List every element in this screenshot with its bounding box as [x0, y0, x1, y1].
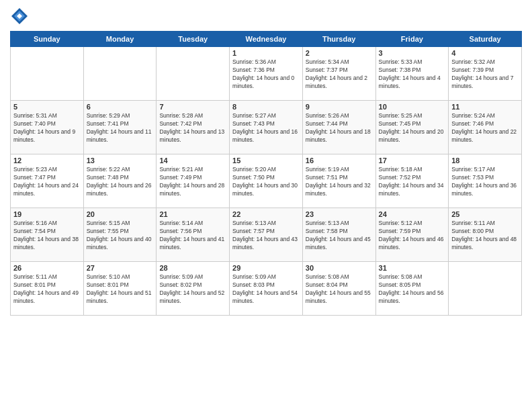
- logo: [10, 7, 32, 26]
- day-info: Sunrise: 5:16 AMSunset: 7:54 PMDaylight:…: [13, 220, 81, 252]
- day-info: Sunrise: 5:09 AMSunset: 8:03 PMDaylight:…: [232, 273, 300, 306]
- table-row: 1Sunrise: 5:36 AMSunset: 7:36 PMDaylight…: [230, 47, 303, 101]
- day-info: Sunrise: 5:20 AMSunset: 7:50 PMDaylight:…: [232, 166, 300, 198]
- table-row: 11Sunrise: 5:24 AMSunset: 7:46 PMDayligh…: [449, 101, 522, 154]
- day-number: 29: [232, 264, 300, 272]
- table-row: 19Sunrise: 5:16 AMSunset: 7:54 PMDayligh…: [11, 208, 84, 262]
- table-row: 22Sunrise: 5:13 AMSunset: 7:57 PMDayligh…: [230, 208, 303, 262]
- day-number: 6: [87, 103, 154, 111]
- day-info: Sunrise: 5:28 AMSunset: 7:42 PMDaylight:…: [159, 112, 226, 144]
- table-row: 6Sunrise: 5:29 AMSunset: 7:41 PMDaylight…: [83, 101, 157, 154]
- table-row: 29Sunrise: 5:09 AMSunset: 8:03 PMDayligh…: [230, 262, 303, 316]
- day-info: Sunrise: 5:08 AMSunset: 8:04 PMDaylight:…: [306, 273, 373, 306]
- calendar-week-3: 19Sunrise: 5:16 AMSunset: 7:54 PMDayligh…: [11, 208, 522, 262]
- table-row: 30Sunrise: 5:08 AMSunset: 8:04 PMDayligh…: [302, 262, 375, 316]
- header: [10, 7, 522, 26]
- day-number: 19: [13, 210, 81, 218]
- day-info: Sunrise: 5:18 AMSunset: 7:52 PMDaylight:…: [379, 166, 446, 198]
- day-number: 9: [306, 103, 373, 111]
- col-monday: Monday: [83, 32, 157, 47]
- day-number: 31: [379, 264, 446, 272]
- table-row: 26Sunrise: 5:11 AMSunset: 8:01 PMDayligh…: [11, 262, 84, 316]
- calendar-week-4: 26Sunrise: 5:11 AMSunset: 8:01 PMDayligh…: [11, 262, 522, 316]
- day-number: 8: [232, 103, 300, 111]
- table-row: 10Sunrise: 5:25 AMSunset: 7:45 PMDayligh…: [375, 101, 449, 154]
- day-info: Sunrise: 5:24 AMSunset: 7:46 PMDaylight:…: [451, 112, 519, 144]
- col-sunday: Sunday: [11, 32, 84, 47]
- day-info: Sunrise: 5:34 AMSunset: 7:37 PMDaylight:…: [306, 58, 373, 91]
- day-number: 18: [451, 156, 519, 165]
- table-row: 9Sunrise: 5:26 AMSunset: 7:44 PMDaylight…: [302, 101, 375, 154]
- calendar-table: Sunday Monday Tuesday Wednesday Thursday…: [10, 31, 522, 316]
- table-row: [449, 262, 522, 316]
- day-number: 7: [159, 103, 226, 111]
- day-number: 2: [306, 49, 373, 57]
- page: Sunday Monday Tuesday Wednesday Thursday…: [0, 0, 532, 411]
- day-number: 17: [379, 156, 446, 165]
- table-row: 21Sunrise: 5:14 AMSunset: 7:56 PMDayligh…: [157, 208, 230, 262]
- col-thursday: Thursday: [302, 32, 375, 47]
- table-row: 15Sunrise: 5:20 AMSunset: 7:50 PMDayligh…: [230, 154, 303, 208]
- day-number: 3: [379, 49, 446, 57]
- day-info: Sunrise: 5:23 AMSunset: 7:47 PMDaylight:…: [13, 166, 81, 198]
- day-number: 4: [451, 49, 519, 57]
- day-number: 20: [87, 210, 154, 218]
- day-info: Sunrise: 5:22 AMSunset: 7:48 PMDaylight:…: [87, 166, 154, 198]
- table-row: 5Sunrise: 5:31 AMSunset: 7:40 PMDaylight…: [11, 101, 84, 154]
- day-number: 27: [87, 264, 154, 272]
- day-number: 21: [159, 210, 226, 218]
- day-number: 5: [13, 103, 81, 111]
- day-info: Sunrise: 5:26 AMSunset: 7:44 PMDaylight:…: [306, 112, 373, 144]
- table-row: 14Sunrise: 5:21 AMSunset: 7:49 PMDayligh…: [157, 154, 230, 208]
- table-row: [11, 47, 84, 101]
- day-info: Sunrise: 5:31 AMSunset: 7:40 PMDaylight:…: [13, 112, 81, 144]
- day-number: 13: [87, 156, 154, 165]
- table-row: 12Sunrise: 5:23 AMSunset: 7:47 PMDayligh…: [11, 154, 84, 208]
- day-info: Sunrise: 5:09 AMSunset: 8:02 PMDaylight:…: [159, 273, 226, 306]
- table-row: 13Sunrise: 5:22 AMSunset: 7:48 PMDayligh…: [83, 154, 157, 208]
- table-row: 27Sunrise: 5:10 AMSunset: 8:01 PMDayligh…: [83, 262, 157, 316]
- day-info: Sunrise: 5:15 AMSunset: 7:55 PMDaylight:…: [87, 220, 154, 252]
- table-row: 25Sunrise: 5:11 AMSunset: 8:00 PMDayligh…: [449, 208, 522, 262]
- calendar-week-0: 1Sunrise: 5:36 AMSunset: 7:36 PMDaylight…: [11, 47, 522, 101]
- table-row: 17Sunrise: 5:18 AMSunset: 7:52 PMDayligh…: [375, 154, 449, 208]
- day-info: Sunrise: 5:33 AMSunset: 7:38 PMDaylight:…: [379, 58, 446, 91]
- day-info: Sunrise: 5:13 AMSunset: 7:57 PMDaylight:…: [232, 220, 300, 252]
- calendar-header-row: Sunday Monday Tuesday Wednesday Thursday…: [11, 32, 522, 47]
- day-info: Sunrise: 5:32 AMSunset: 7:39 PMDaylight:…: [451, 58, 519, 91]
- day-number: 25: [451, 210, 519, 218]
- table-row: 4Sunrise: 5:32 AMSunset: 7:39 PMDaylight…: [449, 47, 522, 101]
- table-row: 28Sunrise: 5:09 AMSunset: 8:02 PMDayligh…: [157, 262, 230, 316]
- table-row: 7Sunrise: 5:28 AMSunset: 7:42 PMDaylight…: [157, 101, 230, 154]
- logo-icon: [10, 7, 29, 26]
- day-info: Sunrise: 5:10 AMSunset: 8:01 PMDaylight:…: [87, 273, 154, 306]
- day-number: 23: [306, 210, 373, 218]
- table-row: 3Sunrise: 5:33 AMSunset: 7:38 PMDaylight…: [375, 47, 449, 101]
- day-info: Sunrise: 5:17 AMSunset: 7:53 PMDaylight:…: [451, 166, 519, 198]
- table-row: [83, 47, 157, 101]
- day-info: Sunrise: 5:21 AMSunset: 7:49 PMDaylight:…: [159, 166, 226, 198]
- day-info: Sunrise: 5:36 AMSunset: 7:36 PMDaylight:…: [232, 58, 300, 91]
- day-number: 24: [379, 210, 446, 218]
- col-saturday: Saturday: [449, 32, 522, 47]
- calendar-week-2: 12Sunrise: 5:23 AMSunset: 7:47 PMDayligh…: [11, 154, 522, 208]
- table-row: 2Sunrise: 5:34 AMSunset: 7:37 PMDaylight…: [302, 47, 375, 101]
- calendar-week-1: 5Sunrise: 5:31 AMSunset: 7:40 PMDaylight…: [11, 101, 522, 154]
- table-row: [157, 47, 230, 101]
- table-row: 16Sunrise: 5:19 AMSunset: 7:51 PMDayligh…: [302, 154, 375, 208]
- table-row: 24Sunrise: 5:12 AMSunset: 7:59 PMDayligh…: [375, 208, 449, 262]
- day-number: 16: [306, 156, 373, 165]
- table-row: 18Sunrise: 5:17 AMSunset: 7:53 PMDayligh…: [449, 154, 522, 208]
- day-info: Sunrise: 5:11 AMSunset: 8:01 PMDaylight:…: [13, 273, 81, 306]
- table-row: 20Sunrise: 5:15 AMSunset: 7:55 PMDayligh…: [83, 208, 157, 262]
- day-info: Sunrise: 5:19 AMSunset: 7:51 PMDaylight:…: [306, 166, 373, 198]
- day-number: 14: [159, 156, 226, 165]
- col-friday: Friday: [375, 32, 449, 47]
- day-number: 15: [232, 156, 300, 165]
- day-number: 22: [232, 210, 300, 218]
- day-info: Sunrise: 5:13 AMSunset: 7:58 PMDaylight:…: [306, 220, 373, 252]
- day-info: Sunrise: 5:12 AMSunset: 7:59 PMDaylight:…: [379, 220, 446, 252]
- day-number: 1: [232, 49, 300, 57]
- table-row: 31Sunrise: 5:08 AMSunset: 8:05 PMDayligh…: [375, 262, 449, 316]
- day-number: 30: [306, 264, 373, 272]
